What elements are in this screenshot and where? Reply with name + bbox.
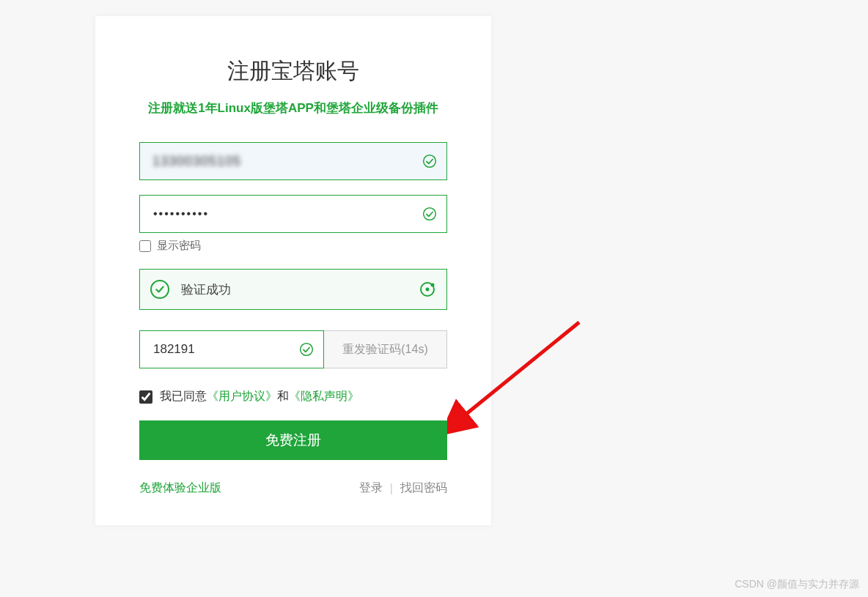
agreement-mid: 和 — [277, 389, 289, 404]
svg-point-3 — [426, 288, 430, 292]
footer-row: 免费体验企业版 登录 | 找回密码 — [139, 481, 447, 496]
svg-point-1 — [424, 208, 436, 220]
show-password-checkbox[interactable] — [139, 240, 151, 252]
separator: | — [390, 482, 393, 495]
svg-point-4 — [431, 283, 435, 287]
captcha-success-text: 验证成功 — [181, 281, 419, 298]
svg-point-0 — [424, 155, 436, 168]
agreement-row: 我已同意 《用户协议》 和 《隐私声明》 — [139, 389, 447, 404]
find-password-link[interactable]: 找回密码 — [400, 481, 447, 496]
phone-input-group: 13300305105 — [139, 142, 447, 180]
page-subtitle: 注册就送1年Linux版堡塔APP和堡塔企业级备份插件 — [139, 100, 447, 116]
password-input[interactable] — [139, 195, 447, 233]
captcha-success-box: 验证成功 — [139, 269, 447, 310]
check-circle-icon — [422, 154, 437, 168]
verification-code-input[interactable] — [139, 330, 324, 368]
check-circle-icon — [299, 342, 314, 357]
login-link[interactable]: 登录 — [359, 481, 383, 496]
trial-link[interactable]: 免费体验企业版 — [139, 481, 221, 496]
svg-point-5 — [301, 344, 313, 356]
user-agreement-link[interactable]: 《用户协议》 — [207, 389, 277, 404]
agreement-checkbox[interactable] — [139, 390, 152, 404]
show-password-label: 显示密码 — [157, 239, 201, 253]
resend-code-button[interactable]: 重发验证码(14s) — [324, 330, 447, 368]
watermark-text: CSDN @颜值与实力并存源 — [735, 578, 859, 591]
check-circle-icon — [422, 207, 437, 221]
show-password-row: 显示密码 — [139, 239, 447, 253]
register-button[interactable]: 免费注册 — [139, 420, 447, 460]
check-circle-icon — [150, 280, 169, 299]
privacy-policy-link[interactable]: 《隐私声明》 — [289, 389, 359, 404]
password-input-group — [139, 195, 447, 233]
phone-value-blurred: 13300305105 — [152, 142, 241, 180]
agreement-prefix: 我已同意 — [160, 389, 207, 404]
code-input-wrap — [139, 330, 324, 368]
refresh-icon[interactable] — [419, 281, 436, 298]
page-title: 注册宝塔账号 — [139, 56, 447, 86]
register-card: 注册宝塔账号 注册就送1年Linux版堡塔APP和堡塔企业级备份插件 13300… — [95, 16, 491, 525]
verification-code-row: 重发验证码(14s) — [139, 330, 447, 368]
